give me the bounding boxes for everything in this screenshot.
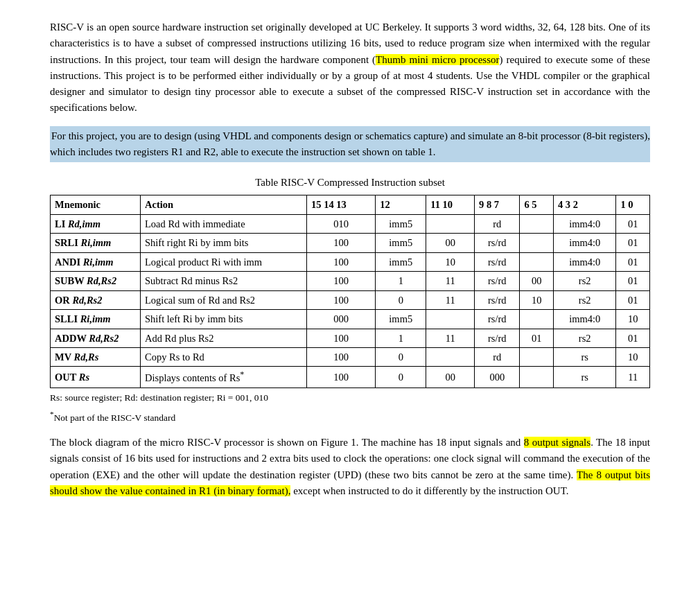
cell-bits-b65: 01	[520, 329, 553, 347]
cell-bits-b432: rs2	[553, 290, 616, 309]
cell-bits-b10: 10	[616, 348, 650, 367]
cell-bits-b65: 00	[520, 272, 553, 290]
cell-action: Add Rd plus Rs2	[141, 329, 307, 347]
cell-bits-b1110: 11	[426, 290, 475, 309]
highlight-thumb: Thumb mini micro processor	[376, 54, 499, 65]
cell-bits-b65	[520, 234, 553, 252]
header-bits-12: 12	[376, 195, 426, 214]
cell-bits-b987: rd	[475, 348, 520, 367]
table-row: SUBW Rd,Rs2Subtract Rd minus Rs2100111rs…	[51, 272, 650, 290]
cell-action: Load Rd with immediate	[141, 214, 307, 233]
header-bits-987: 9 8 7	[475, 195, 520, 214]
cell-action: Copy Rs to Rd	[141, 348, 307, 367]
cell-bits-b432: imm4:0	[553, 310, 616, 329]
cell-bits-b987: rs/rd	[475, 234, 520, 252]
cell-bits-b10: 01	[616, 290, 650, 309]
cell-bits-b1110	[426, 310, 475, 329]
cell-bits-b1110: 11	[426, 272, 475, 290]
cell-bits-b987: rs/rd	[475, 290, 520, 309]
cell-mnemonic: SRLI Ri,imm	[51, 234, 141, 252]
cell-mnemonic: MV Rd,Rs	[51, 348, 141, 367]
footnote2: *Not part of the RISC-V standard	[50, 408, 650, 425]
header-bits-1513: 15 14 13	[307, 195, 376, 214]
intro-paragraph: RISC-V is an open source hardware instru…	[50, 19, 650, 116]
table-caption: Table RISC-V Compressed Instruction subs…	[50, 175, 650, 191]
cell-mnemonic: OR Rd,Rs2	[51, 290, 141, 309]
cell-bits-b432: rs2	[553, 329, 616, 347]
cell-bits-b1110: 00	[426, 367, 475, 387]
cell-bits-b12: imm5	[376, 252, 426, 271]
cell-bits-b12: imm5	[376, 214, 426, 233]
cell-bits-b1513: 000	[307, 310, 376, 329]
cell-bits-b432: imm4:0	[553, 214, 616, 233]
cell-bits-b65	[520, 348, 553, 367]
cell-bits-b987: rs/rd	[475, 310, 520, 329]
cell-bits-b432: rs	[553, 348, 616, 367]
cell-bits-b65	[520, 252, 553, 271]
table-row: OR Rd,Rs2Logical sum of Rd and Rs2100011…	[51, 290, 650, 309]
header-mnemonic: Mnemonic	[51, 195, 141, 214]
cell-bits-b1110	[426, 214, 475, 233]
cell-action: Shift right Ri by imm bits	[141, 234, 307, 252]
table-row: LI Rd,immLoad Rd with immediate010imm5rd…	[51, 214, 650, 233]
cell-bits-b12: 1	[376, 272, 426, 290]
header-bits-10: 1 0	[616, 195, 650, 214]
cell-action: Logical product Ri with imm	[141, 252, 307, 271]
table-row: SLLI Ri,immShift left Ri by imm bits000i…	[51, 310, 650, 329]
table-row: ADDW Rd,Rs2Add Rd plus Rs2100111rs/rd01r…	[51, 329, 650, 347]
cell-action: Displays contents of Rs*	[141, 367, 307, 387]
instruction-table: Mnemonic Action 15 14 13 12 11 10 9 8 7 …	[50, 195, 650, 388]
cell-bits-b1110	[426, 348, 475, 367]
table-row: MV Rd,RsCopy Rs to Rd1000rdrs10	[51, 348, 650, 367]
header-action: Action	[141, 195, 307, 214]
bottom-paragraph: The block diagram of the micro RISC-V pr…	[50, 435, 650, 499]
cell-bits-b10: 01	[616, 234, 650, 252]
cell-action: Subtract Rd minus Rs2	[141, 272, 307, 290]
cell-mnemonic: SLLI Ri,imm	[51, 310, 141, 329]
cell-bits-b10: 01	[616, 252, 650, 271]
cell-bits-b12: imm5	[376, 310, 426, 329]
cell-bits-b12: 1	[376, 329, 426, 347]
cell-bits-b432: imm4:0	[553, 234, 616, 252]
cell-bits-b987: rs/rd	[475, 252, 520, 271]
header-bits-65: 6 5	[520, 195, 553, 214]
cell-bits-b1110: 10	[426, 252, 475, 271]
cell-bits-b12: 0	[376, 348, 426, 367]
cell-bits-b1513: 100	[307, 329, 376, 347]
cell-bits-b1513: 100	[307, 252, 376, 271]
cell-bits-b12: imm5	[376, 234, 426, 252]
cell-bits-b1513: 100	[307, 234, 376, 252]
cell-bits-b1513: 100	[307, 290, 376, 309]
selected-para-text: For this project, you are to design (usi…	[50, 128, 650, 160]
cell-bits-b1513: 100	[307, 367, 376, 387]
cell-bits-b1513: 010	[307, 214, 376, 233]
table-section: Table RISC-V Compressed Instruction subs…	[50, 175, 650, 425]
cell-bits-b432: imm4:0	[553, 252, 616, 271]
table-row: OUT RsDisplays contents of Rs*100000000r…	[51, 367, 650, 387]
cell-bits-b987: rs/rd	[475, 329, 520, 347]
header-bits-1110: 11 10	[426, 195, 475, 214]
cell-bits-b1110: 11	[426, 329, 475, 347]
highlight-output-signals: 8 output signals	[524, 437, 590, 448]
cell-bits-b65: 10	[520, 290, 553, 309]
cell-bits-b1513: 100	[307, 272, 376, 290]
cell-bits-b10: 11	[616, 367, 650, 387]
page: RISC-V is an open source hardware instru…	[0, 0, 700, 601]
cell-bits-b10: 10	[616, 310, 650, 329]
cell-bits-b65	[520, 367, 553, 387]
footnote2-text: Not part of the RISC-V standard	[54, 412, 176, 422]
cell-bits-b987: 000	[475, 367, 520, 387]
cell-mnemonic: ADDW Rd,Rs2	[51, 329, 141, 347]
selected-paragraph: For this project, you are to design (usi…	[50, 126, 650, 163]
header-bits-432: 4 3 2	[553, 195, 616, 214]
cell-mnemonic: ANDI Ri,imm	[51, 252, 141, 271]
cell-bits-b1110: 00	[426, 234, 475, 252]
footnote1: Rs: source register; Rd: destination reg…	[50, 391, 650, 406]
cell-bits-b432: rs2	[553, 272, 616, 290]
cell-bits-b12: 0	[376, 290, 426, 309]
cell-mnemonic: LI Rd,imm	[51, 214, 141, 233]
cell-bits-b10: 01	[616, 272, 650, 290]
cell-bits-b65	[520, 310, 553, 329]
table-header-row: Mnemonic Action 15 14 13 12 11 10 9 8 7 …	[51, 195, 650, 214]
cell-action: Logical sum of Rd and Rs2	[141, 290, 307, 309]
